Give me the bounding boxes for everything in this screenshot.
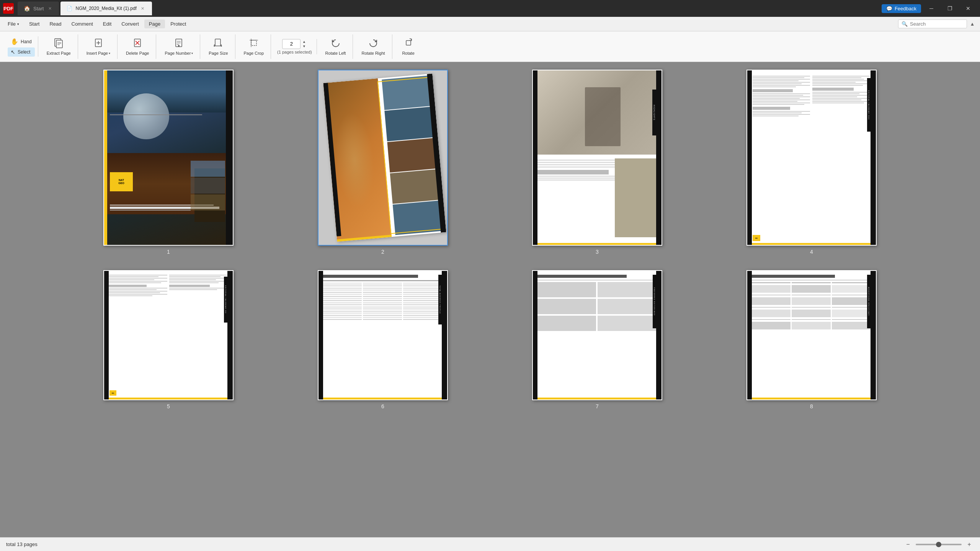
page-num-5: 5 <box>167 403 170 409</box>
rotate-left-group: Rotate Left <box>318 34 353 59</box>
page-thumb-5[interactable]: EDITORIAL CALENDAR 202 NG 5 <box>69 270 268 409</box>
pages-grid: NATGEO <box>69 70 911 409</box>
page-number-selector: ▲ ▼ (1 pages selected) <box>273 39 317 54</box>
page-number-button[interactable]: Page Number ▾ <box>161 35 197 58</box>
page-crop-icon <box>248 37 259 49</box>
status-bar: total 13 pages − + <box>0 537 980 551</box>
extract-page-group: Extract Page <box>40 34 78 59</box>
tab-start[interactable]: 🏠 Start ✕ <box>18 2 59 15</box>
menu-read[interactable]: Read <box>45 20 66 28</box>
total-pages-label: total 13 pages <box>6 541 38 547</box>
collapse-ribbon-button[interactable]: ▲ <box>968 20 977 29</box>
menu-page[interactable]: Page <box>144 20 165 28</box>
extract-page-button[interactable]: Extract Page <box>43 35 75 58</box>
page-size-group: Page Size <box>202 34 235 59</box>
page-num-2: 2 <box>381 249 384 255</box>
page-number-up[interactable]: ▲ <box>301 39 307 44</box>
svg-rect-24 <box>406 41 411 45</box>
page-size-label: Page Size <box>209 51 228 55</box>
page-thumb-6[interactable]: TOTAL AUDIENCE PROFILE 6 <box>283 270 482 409</box>
hand-tool-button[interactable]: ✋ Hand <box>8 36 35 47</box>
rotate-button[interactable]: Rotate <box>397 35 420 58</box>
search-box[interactable]: 🔍 <box>898 20 967 28</box>
rotate-left-label: Rotate Left <box>325 51 346 55</box>
svg-rect-21 <box>251 40 256 46</box>
tab-pdf[interactable]: 📄 NGM_2020_Media_Kit (1).pdf ✕ <box>60 2 152 15</box>
page-thumb-3[interactable]: HIGHLIGHTS 3 <box>498 70 697 255</box>
delete-page-button[interactable]: Delete Page <box>122 35 153 58</box>
title-bar: PDF 🏠 Start ✕ 📄 NGM_2020_Media_Kit (1).p… <box>0 0 980 17</box>
svg-rect-1 <box>56 40 62 48</box>
page-crop-label: Page Crop <box>244 51 264 55</box>
page-thumb-4[interactable]: EDITORIAL CALENDAR 2020 NG 4 <box>712 70 911 255</box>
file-dropdown-icon: ▾ <box>17 22 19 26</box>
hand-icon: ✋ <box>11 38 18 45</box>
select-tool-button[interactable]: ↖ Select <box>8 47 35 57</box>
page-image-2 <box>318 70 448 246</box>
zoom-out-button[interactable]: − <box>903 540 913 549</box>
menu-start[interactable]: Start <box>24 20 44 28</box>
page-image-3: HIGHLIGHTS <box>532 70 662 246</box>
insert-page-button[interactable]: Insert Page ▾ <box>83 35 114 58</box>
hand-select-group: ✋ Hand ↖ Select <box>5 36 38 57</box>
search-icon: 🔍 <box>902 21 908 27</box>
page-thumb-8[interactable]: ADVERTISING SPECIFICATI 8 <box>712 270 911 409</box>
rotate-left-icon <box>330 37 341 49</box>
menu-convert[interactable]: Convert <box>117 20 144 28</box>
page-thumb-7[interactable]: PREFERRED EDITION AUDI 7 <box>498 270 697 409</box>
svg-rect-15 <box>178 45 180 46</box>
tab-close-pdf[interactable]: ✕ <box>140 5 146 11</box>
svg-rect-16 <box>215 39 220 46</box>
page-size-button[interactable]: Page Size <box>205 35 232 58</box>
tab-close-start[interactable]: ✕ <box>47 5 53 11</box>
maximize-button[interactable]: ❐ <box>941 2 959 15</box>
page-number-down[interactable]: ▼ <box>301 44 307 49</box>
feedback-button[interactable]: 💬 Feedback <box>882 4 921 13</box>
minimize-button[interactable]: ─ <box>923 2 940 15</box>
page-num-3: 3 <box>596 249 599 255</box>
page-num-7: 7 <box>596 403 599 409</box>
page-image-1: NATGEO <box>103 70 234 246</box>
window-controls: ─ ❐ ✕ <box>923 2 977 15</box>
page-number-group-toolbar: Page Number ▾ <box>158 34 200 59</box>
close-button[interactable]: ✕ <box>959 2 977 15</box>
menu-protect[interactable]: Protect <box>166 20 191 28</box>
rotate-icon <box>403 37 414 49</box>
page-number-dropdown-arrow: ▾ <box>191 52 193 55</box>
menu-comment[interactable]: Comment <box>67 20 98 28</box>
rotate-group: Rotate <box>394 34 423 59</box>
rotate-right-button[interactable]: Rotate Right <box>358 35 389 58</box>
extract-page-label: Extract Page <box>47 51 71 55</box>
page-number-input[interactable] <box>282 39 301 49</box>
rotate-right-icon <box>368 37 379 49</box>
insert-page-icon <box>93 37 104 49</box>
rotate-label: Rotate <box>402 51 414 55</box>
rotate-left-button[interactable]: Rotate Left <box>322 35 350 58</box>
page-image-8: ADVERTISING SPECIFICATI <box>746 270 877 400</box>
insert-page-dropdown-arrow: ▾ <box>109 52 110 55</box>
zoom-controls: − + <box>903 540 974 549</box>
zoom-slider[interactable] <box>916 544 962 545</box>
zoom-in-button[interactable]: + <box>965 540 974 549</box>
insert-page-with-arrow: Insert Page ▾ <box>87 51 110 55</box>
page-image-7: PREFERRED EDITION AUDI <box>532 270 662 400</box>
page-size-icon <box>213 37 224 49</box>
page-num-8: 8 <box>810 403 813 409</box>
app-logo: PDF <box>3 3 14 14</box>
delete-page-label: Delete Page <box>126 51 149 55</box>
menu-file[interactable]: File ▾ <box>3 20 24 28</box>
page-num-6: 6 <box>381 403 384 409</box>
rotate-right-group: Rotate Right <box>354 34 392 59</box>
menu-edit[interactable]: Edit <box>98 20 116 28</box>
page-thumb-1[interactable]: NATGEO <box>69 70 268 255</box>
rotate-right-label: Rotate Right <box>361 51 385 55</box>
page-crop-button[interactable]: Page Crop <box>240 35 268 58</box>
delete-page-icon <box>132 37 143 49</box>
page-number-arrows: ▲ ▼ <box>301 39 307 49</box>
menu-bar: File ▾ Start Read Comment Edit Convert P… <box>0 17 980 31</box>
pages-area[interactable]: NATGEO <box>0 62 980 537</box>
main-content: NATGEO <box>0 62 980 537</box>
page-thumb-2[interactable]: 2 <box>283 70 482 255</box>
insert-page-group: Insert Page ▾ <box>80 34 118 59</box>
search-input[interactable] <box>910 21 964 27</box>
